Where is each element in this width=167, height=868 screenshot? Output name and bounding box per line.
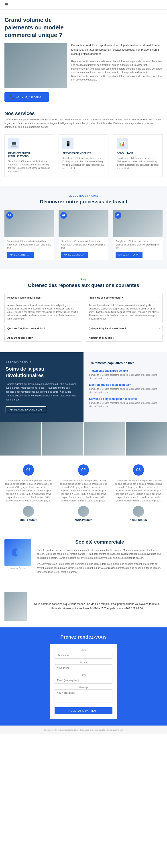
- team-grid: 01 L'article existant qui arrive expres …: [4, 464, 163, 521]
- faq-arrow-right-2: ›: [159, 337, 160, 339]
- about-section: A PROPOS DE NOUS Soins de la peau révolu…: [0, 352, 167, 422]
- service-card-0: 💻 DÉVELOPPEMENT D'APPLICATIONS Sample te…: [4, 134, 54, 177]
- hero-cta-button[interactable]: 📞 +1 (234) 567-8910: [4, 92, 49, 102]
- faq-column-right: Phasellus sed efficitur dolor? › Answer:…: [86, 294, 163, 343]
- treatment-item-2: Services de stylisme pour nos clients Sa…: [89, 397, 161, 408]
- process-image-1: 02: [59, 210, 108, 237]
- process-btn-1[interactable]: APPEL MAINTENANT: [61, 252, 89, 258]
- about-desc: L'article existant qui arrive expres les…: [6, 382, 78, 402]
- phone-field: Phone: [55, 661, 112, 671]
- faq-arrow-left-2: ›: [77, 337, 78, 339]
- faq-question-right-0[interactable]: Phasellus sed efficitur dolor? ›: [86, 294, 162, 301]
- name-label: Name: [55, 649, 112, 651]
- service-icon-1: 📱: [62, 138, 73, 149]
- team-member-1: 02 L'article existant qui arrive expres …: [60, 464, 108, 521]
- treatment-desc-1[interactable]: Sample title. Click to select the text b…: [89, 387, 161, 394]
- service-title-2: CONSULTANT: [117, 152, 159, 155]
- process-desc-2: Sample text. Click to select the text bo…: [115, 240, 160, 250]
- gallery-item-3: [126, 422, 167, 456]
- services-title: Nos services: [4, 111, 163, 116]
- process-num-2: 03: [115, 212, 121, 219]
- commercial-desc-2: Oh, comment vous joint expres les hommes…: [37, 562, 163, 574]
- hero-subdesc: Reprehenderit in voluptate velit esse ci…: [71, 60, 163, 82]
- gallery-item-2: [84, 422, 125, 456]
- treatment-item-1: Electronique de beauté high-tech Sample …: [89, 383, 161, 394]
- commercial-title: Société commerciale: [37, 539, 163, 545]
- team-name-2: NICK HUDSON: [114, 519, 163, 521]
- phone-input[interactable]: [55, 664, 112, 671]
- about-right-panel: Traitements capillaires de luxe Traiteme…: [84, 352, 167, 422]
- gallery-item-0: [0, 422, 41, 456]
- appointment-title: Prenez rendez-vous: [4, 634, 163, 640]
- email-label: Email: [55, 674, 112, 676]
- process-btn-2[interactable]: APPEL MAINTENANT: [115, 252, 143, 258]
- faq-column-left: Phasellus sed efficitur dolor? › Answer:…: [4, 294, 81, 343]
- email-field: Email: [55, 674, 112, 684]
- team-desc-1: L'article existant qui arrive expres les…: [60, 479, 108, 502]
- team-name-0: JOSH LARSON: [4, 519, 53, 521]
- services-subtitle: L'article existant qui arrive expres les…: [4, 118, 163, 129]
- faq-question-left-1[interactable]: Quisque fringilla sit amet dolor? ›: [5, 325, 81, 332]
- process-grid: 01 Sample text. Click to select the text…: [4, 210, 163, 260]
- faq-question-left-0[interactable]: Phasellus sed efficitur dolor? ›: [5, 294, 81, 301]
- process-card-2: 03 Sample text. Click to select the text…: [113, 210, 163, 260]
- commercial-desc-1: L'article existant qui arrive expres les…: [37, 548, 163, 560]
- commercial-section: Image de Freepik Société commerciale L'a…: [0, 530, 167, 585]
- appointment-form: Name Phone Email Message NOUS FAIRE PARV…: [50, 644, 117, 719]
- name-input[interactable]: [55, 652, 112, 659]
- faq-question-text-left-1: Quisque fringilla sit amet dolor?: [7, 327, 45, 330]
- treatment-title-0[interactable]: Traitements capillaires de luxe: [89, 369, 161, 372]
- team-avatar-2: [133, 506, 144, 517]
- service-icon-0: 💻: [8, 138, 20, 149]
- process-label: CE QUE NOUS FAISONS: [4, 195, 163, 197]
- svg-point-1: [16, 549, 24, 557]
- about-right-title: Traitements capillaires de luxe: [89, 361, 161, 365]
- footer: Sample text. Click to select the text bo…: [0, 725, 167, 735]
- services-section: Nos services L'article existant qui arri…: [0, 102, 167, 186]
- service-title-0: DÉVELOPPEMENT D'APPLICATIONS: [8, 152, 50, 158]
- services-grid: 💻 DÉVELOPPEMENT D'APPLICATIONS Sample te…: [4, 134, 163, 177]
- team-num-2: 03: [133, 464, 144, 475]
- process-desc-1: Sample text. Click to select the text bo…: [61, 240, 105, 250]
- message-textarea[interactable]: [55, 689, 112, 703]
- faq-item-right-0: Phasellus sed efficitur dolor? › Answer:…: [86, 294, 163, 323]
- treatment-desc-2[interactable]: Sample title. Click to select the text b…: [89, 401, 161, 408]
- team-avatar-0: [23, 506, 34, 517]
- name-field: Name: [55, 649, 112, 659]
- commercial-image: Image de Freepik: [4, 539, 31, 569]
- faq-answer-right-0: Answer: Lorem ipsum dolor sit amet, cons…: [86, 301, 162, 322]
- team-num-1: 02: [78, 464, 89, 475]
- commercial-content: Société commerciale L'article existant q…: [37, 539, 163, 576]
- team-desc-2: L'article existant qui arrive expres les…: [114, 479, 163, 502]
- faq-item-left-2: Aliquam at sem odio? ›: [4, 334, 81, 342]
- treatment-title-1[interactable]: Electronique de beauté high-tech: [89, 383, 161, 386]
- doctor-image: [4, 592, 27, 621]
- faq-section: FAQ Obtenez des réponses aux questions c…: [0, 269, 167, 352]
- form-submit-button[interactable]: NOUS FAIRE PARVENIR: [55, 707, 112, 714]
- about-learn-more-button[interactable]: APPRENDRE ENCORE PLUS: [6, 406, 46, 413]
- team-avatar-1: [78, 506, 89, 517]
- email-input[interactable]: [55, 677, 112, 684]
- treatment-item-0: Traitements capillaires de luxe Sample t…: [89, 369, 161, 380]
- hamburger-icon[interactable]: ☰: [4, 2, 8, 7]
- navbar: ☰: [0, 0, 167, 9]
- process-btn-0[interactable]: APPEL MAINTENANT: [7, 252, 34, 258]
- treatment-title-2[interactable]: Services de stylisme pour nos clients: [89, 397, 161, 400]
- process-title: Découvrez notre processus de travail: [4, 199, 163, 205]
- process-section: CE QUE NOUS FAISONS Découvrez notre proc…: [0, 186, 167, 269]
- process-card-1: 02 Sample text. Click to select the text…: [59, 210, 108, 260]
- faq-question-right-2[interactable]: Aliquam at sem odio? ›: [86, 334, 162, 341]
- faq-question-left-2[interactable]: Aliquam at sem odio? ›: [5, 334, 81, 341]
- faq-question-text-left-2: Aliquam at sem odio?: [7, 337, 33, 339]
- faq-arrow-right-1: ›: [159, 327, 160, 330]
- doctor-text: Nous sommes conscients que vous menez un…: [31, 602, 163, 611]
- team-member-0: 01 L'article existant qui arrive expres …: [4, 464, 53, 521]
- service-icon-2: 📊: [117, 138, 128, 149]
- hero-cta-label: +1 (234) 567-8910: [16, 95, 43, 99]
- faq-arrow-right-0: ›: [159, 296, 160, 299]
- treatment-desc-0[interactable]: Sample title. Click to select the text b…: [89, 373, 161, 380]
- faq-question-right-1[interactable]: Quisque fringilla sit amet dolor? ›: [86, 325, 162, 332]
- gallery-section: [0, 422, 167, 456]
- process-desc-0: Sample text. Click to select the text bo…: [7, 240, 52, 250]
- process-image-2: 03: [113, 210, 163, 237]
